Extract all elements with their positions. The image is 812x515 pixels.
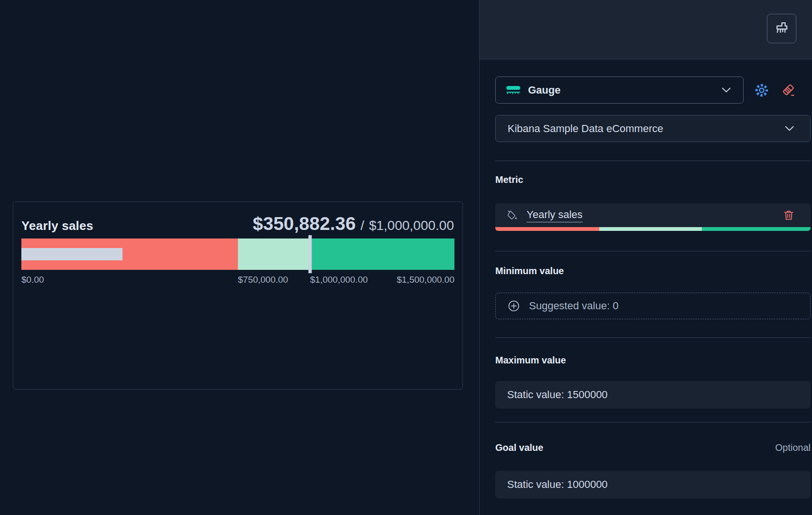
goal-value-button[interactable]: Static value: 1000000 [495,471,811,498]
paintbrush-icon [774,20,790,37]
lens-gauge-editor: Yearly sales $350,882.36 / $1,000,000.00… [0,0,812,515]
section-divider [495,422,811,422]
section-divider [495,161,811,161]
chart-title: Yearly sales [21,219,93,233]
minimum-value-label: Suggested value: 0 [529,300,618,312]
metric-dimension-row[interactable]: Yearly sales [495,203,811,231]
goal-value-label: Static value: 1000000 [507,478,608,491]
gauge-axis-labels: $0.00$750,000.00$1,000,000.00$1,500,000.… [21,275,454,287]
minimum-section-label: Minimum value [495,266,810,277]
dataset-label: Kibana Sample Data eCommerce [508,123,663,135]
gauge-chart-card: Yearly sales $350,882.36 / $1,000,000.00… [13,201,463,390]
optional-badge: Optional [775,442,811,453]
chevron-down-icon [722,87,731,93]
goal-section-label: Goal value [495,442,543,453]
dataset-select[interactable]: Kibana Sample Data eCommerce [495,115,811,142]
chart-type-row: Gauge [495,76,810,104]
section-divider [495,337,811,338]
goal-section-header: Goal value Optional [495,442,811,453]
delete-metric-button[interactable] [778,205,799,226]
metric-field-link[interactable]: Yearly sales [527,209,583,222]
eraser-icon [781,83,796,98]
gauge-band [238,238,310,270]
gear-icon [754,82,770,98]
palette-segment [495,227,599,231]
chart-header: Yearly sales $350,882.36 / $1,000,000.00 [21,213,454,234]
gauge-tick-label: $1,000,000.00 [310,275,368,285]
gauge-goal-marker [309,235,312,273]
chart-value-group: $350,882.36 / $1,000,000.00 [253,213,454,234]
palette-segment [702,227,811,231]
chevron-down-icon [785,126,794,131]
maximum-value-button[interactable]: Static value: 1500000 [495,381,811,409]
panel-header [480,0,812,59]
section-divider [495,251,811,251]
clear-layer-button[interactable] [767,14,796,43]
maximum-section-label: Maximum value [495,355,810,366]
gauge-tick-label: $0.00 [21,275,44,285]
trash-icon [782,209,795,222]
minimum-value-button[interactable]: Suggested value: 0 [495,293,811,319]
chart-value-separator: / [360,218,364,233]
horizontal-bullet-icon [506,85,520,95]
gauge-tick-label: $1,500,000.00 [397,275,454,285]
gauge-band [310,238,454,270]
reset-visualization-button[interactable] [778,80,799,101]
bullet-gauge [21,238,454,270]
metric-section-label: Metric [495,174,810,185]
gauge-tick-label: $750,000.00 [238,275,288,285]
chart-goal-value: $1,000,000.00 [369,218,454,233]
panel-body: Gauge [480,59,812,498]
palette-segment [599,227,702,231]
visualization-workspace: Yearly sales $350,882.36 / $1,000,000.00… [0,0,479,515]
plus-circle-icon [507,299,520,313]
chart-type-label: Gauge [528,84,560,96]
color-bucket-icon [506,209,519,222]
gauge-value-bar [21,248,123,260]
settings-gear-button[interactable] [751,80,772,101]
maximum-value-label: Static value: 1500000 [507,389,608,401]
chart-current-value: $350,882.36 [253,213,356,234]
metric-palette-strip [495,227,811,231]
chart-type-select[interactable]: Gauge [495,76,744,104]
layer-config-panel: Gauge [479,0,812,515]
